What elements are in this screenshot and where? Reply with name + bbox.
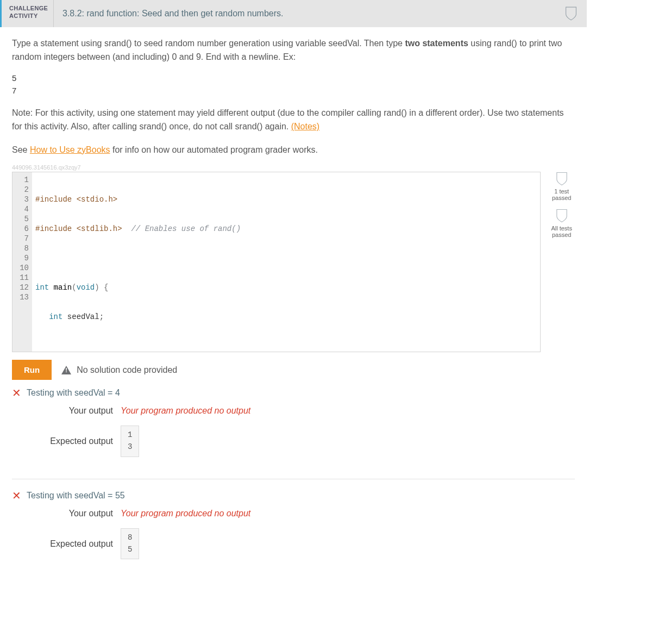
lineno: 10 [17, 263, 29, 273]
instr-p1-pre: Type a statement using srand() to seed r… [12, 39, 405, 48]
shield-icon [556, 172, 568, 186]
badge-text: 1 test passed [548, 188, 575, 201]
test-title: Testing with seedVal = 4 [27, 388, 120, 398]
lineno: 13 [17, 292, 29, 302]
test-badges: 1 test passed All tests passed [548, 172, 575, 246]
lineno: 2 [17, 185, 29, 195]
notes-link[interactable]: (Notes) [291, 122, 319, 131]
instructions: Type a statement using srand() to seed r… [12, 37, 575, 64]
instr-p1-bold: two statements [405, 39, 468, 48]
code-line: #include <stdlib.h> // Enables use of ra… [35, 224, 540, 234]
your-output-msg: Your program produced no output [121, 406, 250, 416]
code-area[interactable]: #include <stdio.h> #include <stdlib.h> /… [32, 172, 540, 352]
run-button[interactable]: Run [12, 360, 52, 380]
instr-p2-pre: Note: For this activity, using one state… [12, 108, 564, 131]
instructions-note: Note: For this activity, using one state… [12, 107, 575, 134]
lineno: 3 [17, 195, 29, 204]
badge-text: All tests passed [548, 225, 575, 238]
warning-text: No solution code provided [77, 365, 177, 375]
test-title: Testing with seedVal = 55 [27, 491, 125, 501]
code-line [35, 341, 540, 351]
activity-title: 3.8.2: rand function: Seed and then get … [54, 0, 565, 27]
warning-icon [61, 366, 71, 374]
instructions-howto: See How to Use zyBooks for info on how o… [12, 143, 575, 157]
activity-badge: CHALLENGE ACTIVITY [2, 0, 54, 27]
badge-line2: ACTIVITY [9, 12, 46, 20]
code-line [35, 253, 540, 263]
code-line: int seedVal; [35, 312, 540, 322]
no-solution-warning: No solution code provided [61, 365, 177, 375]
expected-output-box: 8 5 [121, 528, 139, 559]
lineno: 1 [17, 175, 29, 185]
divider [12, 479, 575, 479]
lineno: 4 [17, 204, 29, 214]
code-line: int main(void) { [35, 283, 540, 292]
lineno: 5 [17, 214, 29, 224]
code-editor[interactable]: 1 2 3 4 5 6 7 8 9 10 11 12 13 #include <… [12, 172, 541, 352]
example-output: 5 7 [12, 72, 575, 97]
lineno: 9 [17, 253, 29, 263]
instr-p3-post: for info on how our automated program gr… [110, 145, 318, 154]
lineno: 12 [17, 283, 29, 292]
lineno: 11 [17, 273, 29, 283]
expected-output-label: Expected output [12, 539, 121, 549]
your-output-label: Your output [12, 509, 121, 518]
your-output-msg: Your program produced no output [121, 509, 250, 518]
expected-output-label: Expected output [12, 436, 121, 446]
lineno: 7 [17, 234, 29, 243]
lineno: 6 [17, 224, 29, 234]
test-result: ✕ Testing with seedVal = 55 Your output … [12, 490, 575, 579]
instr-p3-pre: See [12, 145, 30, 154]
fail-icon: ✕ [12, 387, 21, 398]
badge-line1: CHALLENGE [9, 4, 46, 12]
watermark: 449096.3145616.qx3zqy7 [12, 164, 575, 171]
lineno: 8 [17, 243, 29, 253]
shield-icon [565, 4, 577, 23]
progress-shield [565, 0, 587, 27]
activity-header: CHALLENGE ACTIVITY 3.8.2: rand function:… [0, 0, 587, 27]
your-output-label: Your output [12, 406, 121, 416]
code-line: #include <stdio.h> [35, 195, 540, 204]
shield-icon [556, 209, 568, 223]
test-result: ✕ Testing with seedVal = 4 Your output Y… [12, 387, 575, 476]
fail-icon: ✕ [12, 490, 21, 501]
gutter: 1 2 3 4 5 6 7 8 9 10 11 12 13 [12, 172, 32, 352]
expected-output-box: 1 3 [121, 426, 139, 457]
howto-link[interactable]: How to Use zyBooks [30, 145, 110, 154]
